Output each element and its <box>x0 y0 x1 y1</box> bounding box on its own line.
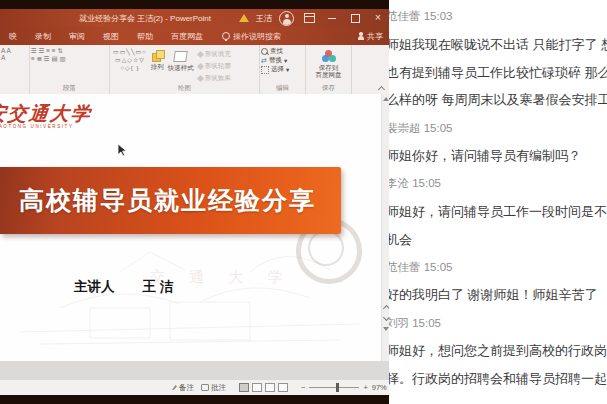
replace-icon: ⇄ <box>261 57 267 65</box>
top-letterbox <box>0 0 389 9</box>
editing-group-label: 编辑 <box>261 84 304 94</box>
powerpoint-window: 就业经验分享会 王洁(2) - PowerPoint 王洁 × 映 录制 审阅 … <box>0 0 389 404</box>
drawing-group: ▭▭╲╲▭○ ▭△◇☆▽ ○◇{ } 排列 快速样式 形状填充 形状轮廓 形状效… <box>110 45 260 94</box>
comments-button[interactable]: 批注 <box>201 383 226 393</box>
chat-message: 师姐我现在喉咙说不出话 只能打字了 想问 <box>389 31 607 59</box>
zoom-slider[interactable] <box>309 387 359 388</box>
chat-sender: 范佳蕾 15:03 <box>389 3 607 31</box>
tab-slideshow[interactable]: 映 <box>9 31 17 42</box>
slide-scrollbar[interactable] <box>381 94 389 361</box>
minimize-button[interactable] <box>324 10 340 26</box>
chat-message: 么样的呀 每周周末以及寒暑假会安排工作 <box>389 87 607 115</box>
paragraph-group-label: 段落 <box>31 84 108 94</box>
font-color-button[interactable]: A <box>1 54 28 61</box>
slideshow-view-button[interactable] <box>278 383 288 392</box>
ribbon: A A A ☰ ☰ ≡ ≡ ⇅ ≡ ≣ ☰ ▤ ▥ 段落 ▭▭╲╲▭○ ▭△◇☆… <box>0 45 389 95</box>
shape-outline-icon <box>197 63 204 70</box>
list-indent-buttons[interactable]: ☰ ☰ ≡ ≡ ⇅ <box>31 47 108 55</box>
share-label: 共享 <box>367 31 383 42</box>
comments-icon <box>201 384 209 391</box>
slide-sorter-view-button[interactable] <box>252 383 262 392</box>
lightbulb-icon <box>222 32 230 40</box>
slide-title-banner[interactable]: 高校辅导员就业经验分享 <box>0 167 341 234</box>
find-icon <box>261 48 268 55</box>
shape-fill-button[interactable]: 形状填充 <box>198 50 231 59</box>
chat-message: 师姐好，想问您之前提到高校的行政岗也是 <box>389 337 607 365</box>
restore-button[interactable] <box>347 10 363 26</box>
tell-me-search[interactable]: 操作说明搜索 <box>222 31 281 42</box>
ribbon-display-options-icon <box>304 13 315 23</box>
reading-view-button[interactable] <box>265 383 275 392</box>
shape-effects-icon <box>197 75 204 82</box>
tell-me-label: 操作说明搜索 <box>233 31 281 42</box>
paragraph-group: ☰ ☰ ≡ ≡ ⇅ ≡ ≣ ☰ ▤ ▥ 段落 <box>30 45 110 94</box>
user-name: 王洁 <box>256 13 272 24</box>
slide-area: 安交通大学 JIAOTONG UNIVERSITY <box>0 94 389 379</box>
chat-message: 好的我明白了 谢谢师姐！师姐辛苦了 <box>389 281 607 309</box>
tab-view[interactable]: 视图 <box>103 31 119 42</box>
title-bar: 就业经验分享会 王洁(2) - PowerPoint 王洁 × <box>0 9 389 27</box>
ribbon-tab-bar: 映 录制 审阅 视图 帮助 百度网盘 操作说明搜索 共享 <box>0 27 389 45</box>
save-to-baidu-button[interactable]: 保存到百度网盘 <box>314 47 344 79</box>
screen: 就业经验分享会 王洁(2) - PowerPoint 王洁 × 映 录制 审阅 … <box>0 0 607 404</box>
minimize-icon <box>328 18 336 19</box>
chat-sender: 刘羽 15:05 <box>389 309 607 337</box>
presenter-name: 王 洁 <box>143 279 174 294</box>
find-button[interactable]: 查找 <box>261 47 304 56</box>
chat-message: 也有提到辅导员工作比较忙碌琐碎 那么具 <box>389 59 607 87</box>
save-group-label: 保存 <box>322 84 335 94</box>
zoom-level[interactable]: 97% <box>372 383 387 392</box>
select-button[interactable]: 选择 ▾ <box>261 65 304 74</box>
font-group-partial: A A A <box>0 45 30 94</box>
university-logo-subtext: JIAOTONG UNIVERSITY <box>0 124 74 129</box>
collapse-ribbon-icon[interactable] <box>378 86 385 93</box>
shape-fill-icon <box>197 51 204 58</box>
share-person-icon <box>357 32 364 40</box>
zoom-out-button[interactable]: − <box>301 383 305 392</box>
chat-panel: 范佳蕾 15:03 师姐我现在喉咙说不出话 只能打字了 想问 也有提到辅导员工作… <box>389 0 607 404</box>
tab-help[interactable]: 帮助 <box>137 31 153 42</box>
avatar[interactable] <box>279 11 294 26</box>
zoom-slider-thumb[interactable] <box>336 383 339 392</box>
tab-review[interactable]: 审阅 <box>69 31 85 42</box>
presenter-label: 主讲人 <box>74 279 115 294</box>
shape-effects-button[interactable]: 形状效果 <box>198 74 231 83</box>
chat-message: 师姐你好，请问辅导员有编制吗？ <box>389 142 607 170</box>
chat-message: 机会 <box>389 226 607 254</box>
slide-canvas[interactable]: 安交通大学 JIAOTONG UNIVERSITY <box>0 94 381 361</box>
ribbon-display-options-button[interactable] <box>301 10 317 26</box>
bottom-letterbox <box>0 395 389 404</box>
notes-icon <box>172 385 177 390</box>
replace-button[interactable]: ⇄替换 ▾ <box>261 56 304 65</box>
status-bar: 备注 批注 − + 97% <box>0 379 389 395</box>
notes-button[interactable]: 备注 <box>172 383 194 393</box>
baidu-netdisk-icon <box>322 50 336 62</box>
save-group: 保存到百度网盘 保存 <box>306 45 352 94</box>
chat-sender: 范佳蕾 15:05 <box>389 254 607 282</box>
close-button[interactable]: × <box>370 10 386 26</box>
tab-record[interactable]: 录制 <box>35 31 51 42</box>
quick-styles-icon <box>174 51 189 62</box>
warning-icon[interactable] <box>239 14 249 22</box>
editing-group: 查找 ⇄替换 ▾ 选择 ▾ 编辑 <box>260 45 306 94</box>
slide-title: 高校辅导员就业经验分享 <box>0 184 316 217</box>
alignment-buttons[interactable]: ≡ ≣ ☰ ▤ ▥ <box>31 55 108 63</box>
presenter-textbox[interactable]: 主讲人王 洁 <box>74 278 173 296</box>
chat-message: 师姐好，请问辅导员工作一段时间是不是有 <box>389 198 607 226</box>
window-title: 就业经验分享会 王洁(2) - PowerPoint <box>60 13 230 24</box>
chat-sender: 裴崇超 15:05 <box>389 114 607 142</box>
normal-view-button[interactable] <box>239 383 249 392</box>
chat-message: 择。行政岗的招聘会和辅导员招聘一起吗？ <box>389 365 607 393</box>
tab-baidu-netdisk[interactable]: 百度网盘 <box>171 31 203 42</box>
restore-icon <box>351 14 360 23</box>
arrange-icon <box>152 50 163 61</box>
share-button[interactable]: 共享 <box>357 31 383 42</box>
drawing-group-label: 绘图 <box>110 84 259 94</box>
select-icon <box>261 66 269 74</box>
shape-outline-button[interactable]: 形状轮廓 <box>198 62 231 71</box>
mouse-cursor-icon <box>117 143 128 158</box>
font-size-buttons[interactable]: A A <box>1 47 28 54</box>
zoom-in-button[interactable]: + <box>363 383 367 392</box>
chat-sender: 李沧 15:05 <box>389 170 607 198</box>
